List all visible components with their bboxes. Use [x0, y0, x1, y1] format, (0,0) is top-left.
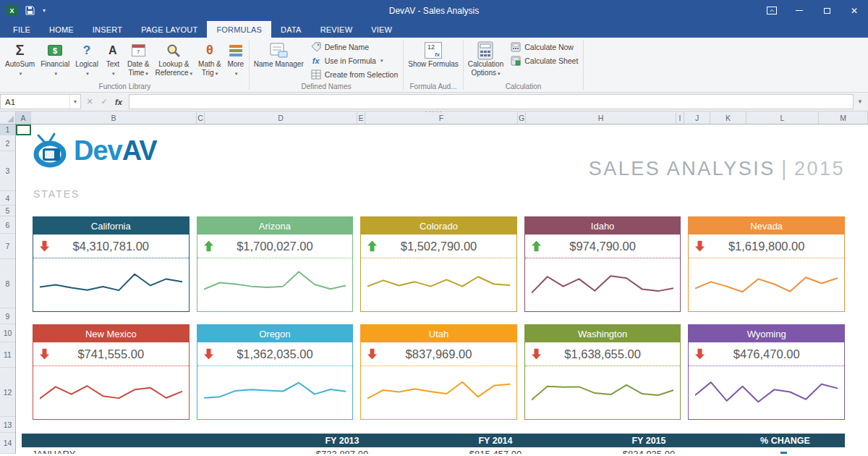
row-header-2[interactable]: 2 — [0, 135, 15, 151]
row-header-13[interactable]: 13 — [0, 417, 15, 433]
state-card-colorado[interactable]: Colorado$1,502,790.00 — [360, 216, 517, 312]
state-card-oregon[interactable]: Oregon$1,362,035.00 — [197, 324, 354, 420]
row-header-10[interactable]: 10 — [0, 324, 15, 342]
grid-body: 1234567891011121314 DevAV SALES ANALYSIS — [0, 124, 868, 454]
row-header-11[interactable]: 11 — [0, 342, 15, 368]
ribbon-button-use-in-formula[interactable]: fxUse in Formula▾ — [308, 55, 401, 66]
ribbon-button-math-trig[interactable]: θMath &Trig▾ — [195, 38, 224, 77]
column-header-h[interactable]: H — [526, 111, 676, 124]
ribbon-button-create-from-selection[interactable]: Create from Selection — [308, 69, 401, 80]
insert-function-icon[interactable]: fx — [111, 95, 126, 109]
save-icon[interactable] — [25, 6, 35, 15]
row-header-1[interactable]: 1 — [0, 124, 15, 135]
state-card-california[interactable]: California$4,310,781.00 — [33, 216, 190, 312]
column-header-f[interactable]: F — [365, 111, 518, 124]
ribbon-button-lookup-reference[interactable]: Lookup &Reference▾ — [152, 38, 195, 77]
ribbon-button-date-time[interactable]: 7Date &Time▾ — [124, 38, 153, 77]
maximize-button[interactable] — [813, 0, 841, 21]
ribbon-button-calculation-options[interactable]: CalculationOptions▾ — [465, 38, 506, 77]
tab-insert[interactable]: INSERT — [83, 21, 132, 38]
card-amount: $741,555.00 — [77, 347, 144, 361]
card-state-name: California — [33, 217, 189, 235]
row-header-7[interactable]: 7 — [0, 234, 15, 259]
tab-file[interactable]: FILE — [4, 21, 40, 38]
ribbon-button-show-formulas[interactable]: 12fxShow Formulas — [405, 38, 461, 69]
card-state-name: Nevada — [689, 217, 844, 235]
tab-page-layout[interactable]: PAGE LAYOUT — [132, 21, 207, 38]
ribbon-group-label: Calculation — [465, 83, 582, 92]
tab-home[interactable]: HOME — [40, 21, 83, 38]
row-header-6[interactable]: 6 — [0, 216, 15, 234]
logical-icon: ? — [83, 41, 90, 60]
cancel-icon[interactable]: ✕ — [82, 95, 97, 109]
state-card-nevada[interactable]: Nevada$1,619,800.00 — [688, 216, 845, 312]
excel-app-icon[interactable]: X — [7, 5, 17, 16]
dropdown-arrow-icon: ▾ — [380, 58, 383, 64]
state-card-new-mexico[interactable]: New Mexico$741,555.00 — [33, 324, 190, 420]
enter-icon[interactable]: ✓ — [97, 95, 111, 109]
column-header-e[interactable]: E — [357, 111, 365, 124]
create-from-selection-icon — [310, 69, 322, 80]
row-header-3[interactable]: 3 — [0, 151, 15, 191]
column-header-l[interactable]: L — [746, 111, 819, 124]
row-header-8[interactable]: 8 — [0, 259, 15, 308]
state-card-utah[interactable]: Utah$837,969.00 — [360, 324, 517, 420]
tab-data[interactable]: DATA — [271, 21, 311, 38]
ribbon-button-more[interactable]: More▾ — [224, 38, 247, 77]
tab-formulas[interactable]: FORMULAS — [207, 21, 271, 38]
ribbon-group-label: Function Library — [2, 83, 247, 92]
report-title-text: SALES ANALYSIS — [589, 158, 775, 180]
name-box-dropdown-icon[interactable]: ▼ — [69, 95, 80, 109]
tab-view[interactable]: VIEW — [362, 21, 401, 38]
date-time-icon: 7 — [132, 41, 145, 60]
state-card-arizona[interactable]: Arizona$1,700,027.00 — [197, 216, 354, 312]
ribbon-button-calculate-sheet[interactable]: Calculate Sheet — [508, 55, 580, 66]
row-header-12[interactable]: 12 — [0, 368, 15, 417]
card-state-name: Idaho — [525, 217, 681, 235]
row-header-4[interactable]: 4 — [0, 191, 15, 206]
sparkline-chart — [33, 258, 189, 311]
column-header-k[interactable]: K — [710, 111, 746, 124]
column-header-a[interactable]: A — [16, 111, 31, 124]
ribbon-button-define-name[interactable]: Define Name — [308, 41, 401, 52]
formula-bar-expand-icon[interactable]: ▼ — [854, 98, 867, 105]
table-cell: JANUARY — [22, 447, 265, 454]
select-all-corner[interactable] — [0, 111, 16, 124]
column-header-c[interactable]: C — [197, 111, 205, 124]
column-header-d[interactable]: D — [205, 111, 357, 124]
card-amount: $476,470.00 — [733, 347, 800, 361]
name-box[interactable]: A1 ▼ — [0, 94, 81, 109]
ribbon-display-options-icon[interactable] — [758, 0, 786, 21]
ribbon-button-text[interactable]: AText▾ — [101, 38, 124, 77]
sheet-area[interactable]: DevAV SALES ANALYSIS | 2015 STATES Calif… — [16, 124, 868, 454]
ribbon-button-autosum[interactable]: ΣAutoSum▾ — [2, 38, 38, 77]
formula-bar-input[interactable] — [129, 94, 854, 109]
row-header-14[interactable]: 14 — [0, 433, 15, 454]
tab-review[interactable]: REVIEW — [311, 21, 362, 38]
row-headers: 1234567891011121314 — [0, 124, 16, 454]
state-card-idaho[interactable]: Idaho$974,790.00 — [524, 216, 681, 312]
ribbon-button-logical[interactable]: ?Logical▾ — [72, 38, 101, 77]
table-header-fy-2013: FY 2013 — [265, 434, 419, 447]
ribbon-button-calculate-now[interactable]: Calculate Now — [508, 41, 580, 52]
quick-access-toolbar: X ▾ — [0, 5, 46, 16]
ribbon-button-name-manager[interactable]: Name Manager — [251, 38, 307, 69]
trend-down-icon — [367, 349, 377, 360]
trend-down-icon — [695, 349, 705, 360]
close-button[interactable]: ✕ — [841, 0, 868, 21]
row-header-5[interactable]: 5 — [0, 206, 15, 216]
column-header-b[interactable]: B — [31, 111, 197, 124]
minimize-button[interactable] — [786, 0, 813, 21]
table-header-fy-2014: FY 2014 — [419, 434, 572, 447]
column-header-m[interactable]: M — [819, 111, 868, 124]
state-card-washington[interactable]: Washington$1,638,655.00 — [524, 324, 681, 420]
autosum-icon: Σ — [16, 41, 25, 60]
qat-dropdown-icon[interactable]: ▾ — [43, 7, 46, 14]
column-header-j[interactable]: J — [684, 111, 710, 124]
column-header-i[interactable]: I — [676, 111, 684, 124]
state-card-wyoming[interactable]: Wyoming$476,470.00 — [688, 324, 845, 420]
row-header-9[interactable]: 9 — [0, 308, 15, 324]
column-header-g[interactable]: G — [518, 111, 526, 124]
ribbon-button-financial[interactable]: $Financial▾ — [38, 38, 72, 77]
ribbon-group-defined-names: Name ManagerDefine NamefxUse in Formula▾… — [250, 38, 402, 92]
